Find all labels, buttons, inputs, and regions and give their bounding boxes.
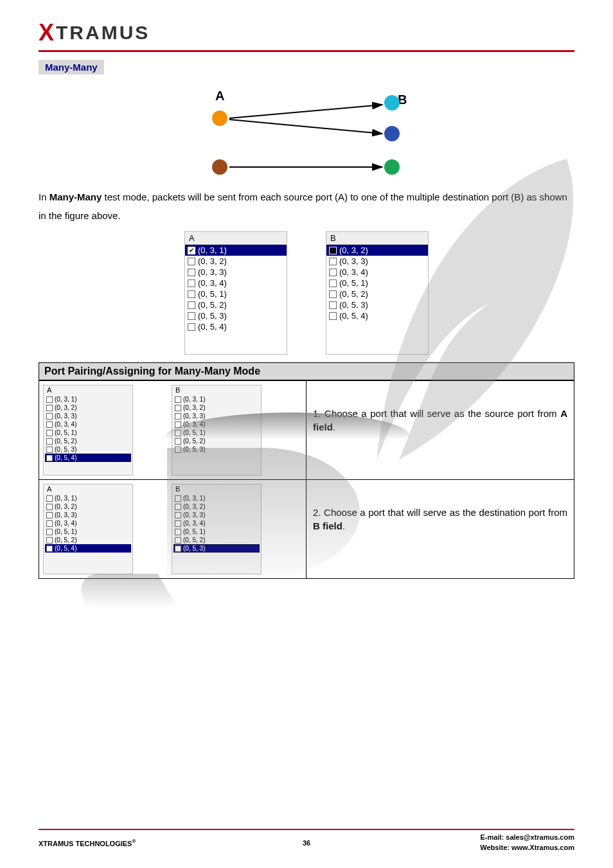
- checkbox-icon[interactable]: [46, 421, 53, 428]
- checkbox-icon[interactable]: [188, 269, 195, 276]
- port-item[interactable]: (0, 5, 3): [173, 544, 260, 553]
- port-item[interactable]: (0, 5, 1): [185, 288, 287, 299]
- checkbox-icon[interactable]: [329, 247, 337, 254]
- checkbox-icon[interactable]: [175, 529, 181, 535]
- port-item[interactable]: (0, 3, 2): [173, 502, 260, 511]
- checkbox-icon[interactable]: [188, 279, 195, 287]
- checkbox-icon[interactable]: [46, 413, 53, 420]
- checkbox-icon[interactable]: [46, 537, 53, 544]
- checkbox-icon[interactable]: [175, 430, 181, 436]
- checkbox-icon[interactable]: [175, 512, 181, 518]
- checkbox-icon[interactable]: [188, 258, 195, 265]
- checkbox-icon[interactable]: [175, 396, 181, 403]
- port-item[interactable]: (0, 5, 3): [326, 299, 428, 310]
- port-item[interactable]: (0, 5, 2): [185, 299, 287, 310]
- port-item[interactable]: (0, 3, 4): [173, 420, 260, 429]
- checkbox-icon[interactable]: [46, 529, 53, 535]
- checkbox-icon[interactable]: [175, 545, 181, 552]
- checkbox-icon[interactable]: [46, 512, 53, 518]
- checkbox-icon[interactable]: [329, 290, 337, 298]
- checkbox-icon[interactable]: [188, 312, 195, 320]
- port-item[interactable]: (0, 3, 4): [173, 519, 260, 527]
- port-item-label: (0, 3, 4): [198, 278, 227, 288]
- checkbox-icon[interactable]: [329, 279, 337, 287]
- port-item[interactable]: (0, 5, 2): [326, 288, 428, 299]
- port-item[interactable]: (0, 3, 2): [173, 403, 260, 412]
- port-item[interactable]: (0, 3, 2): [45, 403, 131, 412]
- port-item[interactable]: (0, 3, 3): [45, 412, 131, 420]
- checkbox-icon[interactable]: [46, 396, 53, 403]
- port-item[interactable]: (0, 3, 4): [185, 278, 287, 288]
- mini-port-list-b[interactable]: B(0, 3, 1)(0, 3, 2)(0, 3, 3)(0, 3, 4)(0,…: [172, 385, 262, 475]
- checkbox-icon[interactable]: [188, 290, 195, 298]
- checkbox-icon[interactable]: [188, 301, 195, 309]
- checkbox-icon[interactable]: [46, 504, 53, 510]
- port-item[interactable]: (0, 3, 3): [173, 511, 260, 519]
- port-item[interactable]: (0, 5, 2): [45, 536, 131, 544]
- port-item[interactable]: (0, 5, 1): [326, 278, 428, 288]
- port-item[interactable]: (0, 5, 2): [173, 437, 260, 445]
- checkbox-icon[interactable]: [46, 545, 53, 552]
- port-item[interactable]: (0, 3, 1): [45, 494, 131, 502]
- checkbox-icon[interactable]: [46, 495, 53, 502]
- port-item[interactable]: (0, 5, 1): [173, 429, 260, 437]
- mini-port-list-a[interactable]: A(0, 3, 1)(0, 3, 2)(0, 3, 3)(0, 3, 4)(0,…: [43, 484, 133, 574]
- port-item[interactable]: (0, 5, 1): [45, 527, 131, 536]
- svg-line-1: [229, 120, 382, 134]
- step-desc-suffix: .: [333, 421, 335, 432]
- mini-port-list-b[interactable]: B(0, 3, 1)(0, 3, 2)(0, 3, 3)(0, 3, 4)(0,…: [172, 484, 262, 574]
- checkbox-icon[interactable]: [188, 247, 195, 254]
- port-item[interactable]: (0, 3, 4): [45, 519, 131, 527]
- port-list-b[interactable]: B (0, 3, 2)(0, 3, 3)(0, 3, 4)(0, 5, 1)(0…: [326, 231, 429, 355]
- port-item[interactable]: (0, 3, 1): [173, 494, 260, 502]
- port-item[interactable]: (0, 3, 1): [185, 245, 287, 256]
- port-item[interactable]: (0, 5, 4): [185, 321, 287, 332]
- checkbox-icon[interactable]: [46, 455, 53, 461]
- port-item[interactable]: (0, 3, 4): [326, 267, 428, 278]
- port-item[interactable]: (0, 5, 1): [173, 527, 260, 536]
- checkbox-icon[interactable]: [175, 537, 181, 544]
- checkbox-icon[interactable]: [46, 438, 53, 445]
- checkbox-icon[interactable]: [46, 430, 53, 436]
- checkbox-icon[interactable]: [175, 520, 181, 527]
- port-item[interactable]: (0, 3, 2): [45, 502, 131, 511]
- checkbox-icon[interactable]: [175, 413, 181, 420]
- port-item[interactable]: (0, 3, 2): [326, 245, 428, 256]
- port-item[interactable]: (0, 5, 2): [173, 536, 260, 544]
- port-list-a[interactable]: A (0, 3, 1)(0, 3, 2)(0, 3, 3)(0, 3, 4)(0…: [184, 231, 287, 355]
- port-item[interactable]: (0, 5, 3): [185, 310, 287, 321]
- port-item[interactable]: (0, 5, 2): [45, 437, 131, 445]
- port-item-label: (0, 3, 4): [183, 421, 205, 428]
- checkbox-icon[interactable]: [46, 520, 53, 527]
- checkbox-icon[interactable]: [46, 405, 53, 411]
- checkbox-icon[interactable]: [329, 312, 337, 320]
- checkbox-icon[interactable]: [175, 405, 181, 411]
- port-item[interactable]: (0, 5, 1): [45, 429, 131, 437]
- checkbox-icon[interactable]: [175, 421, 181, 428]
- checkbox-icon[interactable]: [175, 504, 181, 510]
- port-item[interactable]: (0, 5, 3): [173, 445, 260, 454]
- checkbox-icon[interactable]: [46, 447, 53, 453]
- checkbox-icon[interactable]: [175, 438, 181, 445]
- checkbox-icon[interactable]: [329, 301, 337, 309]
- checkbox-icon[interactable]: [175, 495, 181, 502]
- port-item[interactable]: (0, 3, 4): [45, 420, 131, 429]
- port-item[interactable]: (0, 3, 1): [45, 395, 131, 403]
- port-item-label: (0, 3, 3): [55, 511, 76, 518]
- checkbox-icon[interactable]: [329, 258, 337, 265]
- port-item[interactable]: (0, 3, 3): [45, 511, 131, 519]
- port-item[interactable]: (0, 5, 4): [326, 310, 428, 321]
- mini-port-list-a[interactable]: A(0, 3, 1)(0, 3, 2)(0, 3, 3)(0, 3, 4)(0,…: [43, 385, 133, 475]
- port-item[interactable]: (0, 3, 3): [326, 256, 428, 267]
- port-item[interactable]: (0, 3, 1): [173, 395, 260, 403]
- checkbox-icon[interactable]: [175, 447, 181, 453]
- checkbox-icon[interactable]: [329, 269, 337, 276]
- checkbox-icon[interactable]: [188, 323, 195, 331]
- port-item-label: (0, 3, 3): [183, 412, 205, 420]
- port-item[interactable]: (0, 5, 4): [45, 454, 131, 462]
- port-item[interactable]: (0, 3, 3): [185, 267, 287, 278]
- port-item[interactable]: (0, 3, 3): [173, 412, 260, 420]
- port-item[interactable]: (0, 5, 3): [45, 445, 131, 454]
- port-item[interactable]: (0, 5, 4): [45, 544, 131, 553]
- port-item[interactable]: (0, 3, 2): [185, 256, 287, 267]
